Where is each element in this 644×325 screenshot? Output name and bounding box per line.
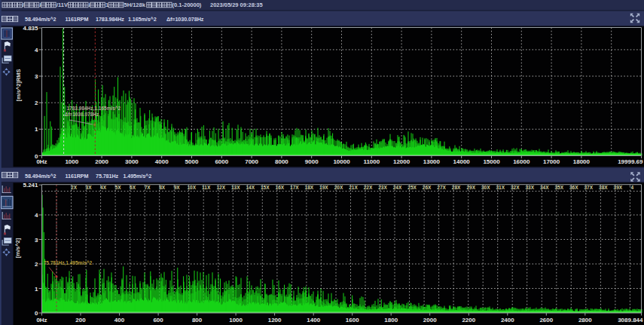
svg-text:38X: 38X — [599, 185, 608, 190]
svg-text:6000: 6000 — [215, 158, 228, 165]
svg-text:1: 1 — [35, 126, 38, 133]
svg-text:31X: 31X — [496, 185, 505, 190]
svg-text:12X: 12X — [217, 185, 226, 190]
svg-text:5.241: 5.241 — [23, 182, 38, 189]
svg-text:1800: 1800 — [384, 317, 398, 323]
svg-text:23X: 23X — [378, 185, 387, 190]
svg-text:3: 3 — [35, 73, 38, 80]
svg-text:2: 2 — [35, 100, 38, 106]
svg-text:3X: 3X — [86, 185, 93, 190]
svg-text:15000: 15000 — [483, 158, 500, 165]
svg-text:2: 2 — [35, 261, 38, 268]
svg-text:1600: 1600 — [346, 317, 359, 323]
svg-text:2200: 2200 — [462, 317, 475, 323]
svg-text:1000: 1000 — [229, 317, 243, 323]
svg-text:1.495m/s^2: 1.495m/s^2 — [124, 173, 152, 179]
svg-text:16000: 16000 — [513, 158, 530, 165]
svg-text:4000: 4000 — [155, 158, 169, 165]
svg-text:75.781Hz,1.495m/s^2: 75.781Hz,1.495m/s^2 — [44, 260, 93, 266]
svg-text:/11V: /11V — [56, 2, 68, 8]
svg-text:32X: 32X — [511, 185, 520, 190]
svg-text:2000: 2000 — [95, 158, 108, 165]
svg-text:1: 1 — [35, 286, 38, 293]
svg-text:29X: 29X — [466, 185, 475, 190]
svg-text:4.835: 4.835 — [23, 25, 38, 32]
svg-text:18000: 18000 — [573, 158, 591, 165]
svg-text:1161RPM: 1161RPM — [66, 16, 89, 23]
svg-text:1783.984Hz: 1783.984Hz — [96, 16, 124, 23]
svg-text:28X: 28X — [452, 185, 461, 190]
svg-text:(0.1-20000): (0.1-20000) — [172, 2, 202, 8]
svg-text:2600: 2600 — [539, 317, 553, 323]
svg-text:14000: 14000 — [453, 158, 471, 165]
svg-text:11000: 11000 — [363, 158, 380, 165]
svg-text:13000: 13000 — [423, 158, 441, 165]
svg-text:1.165m/s^2: 1.165m/s^2 — [128, 16, 157, 23]
svg-text:18X: 18X — [305, 185, 314, 190]
svg-text:0Hz: 0Hz — [36, 317, 47, 323]
svg-text:37X: 37X — [584, 185, 594, 190]
svg-text:25X: 25X — [407, 185, 417, 190]
svg-text:20X: 20X — [334, 185, 343, 190]
svg-text:24X: 24X — [393, 185, 402, 190]
svg-text:7000: 7000 — [245, 158, 258, 165]
svg-text:2000: 2000 — [423, 317, 437, 323]
svg-text:14X: 14X — [246, 185, 255, 190]
svg-text:2800: 2800 — [578, 317, 592, 323]
svg-text:27X: 27X — [437, 185, 446, 190]
svg-text:8X: 8X — [159, 185, 166, 190]
svg-text:15X: 15X — [261, 185, 270, 190]
svg-text:33X: 33X — [525, 185, 534, 190]
svg-text:1783.984Hz,1.165m/s^2: 1783.984Hz,1.165m/s^2 — [67, 106, 121, 112]
svg-text:26X: 26X — [423, 185, 432, 190]
svg-text:5X: 5X — [115, 185, 122, 190]
svg-text:6X: 6X — [130, 185, 136, 190]
svg-text:3089.844: 3089.844 — [618, 317, 643, 323]
svg-text:1200: 1200 — [268, 317, 282, 323]
svg-text:19999.69: 19999.69 — [618, 158, 643, 165]
svg-text:12000: 12000 — [393, 158, 411, 165]
svg-text:10X: 10X — [187, 185, 196, 190]
svg-text:19X: 19X — [319, 185, 328, 190]
svg-text:1: 1 — [105, 2, 108, 8]
svg-text:22X: 22X — [364, 185, 373, 190]
svg-text:4: 4 — [35, 212, 38, 219]
svg-text:58.494m/s^2: 58.494m/s^2 — [25, 173, 56, 179]
svg-text:17X: 17X — [290, 185, 299, 190]
svg-text:16X: 16X — [276, 185, 285, 190]
svg-text:36X: 36X — [569, 185, 578, 190]
svg-text:2400: 2400 — [501, 317, 514, 323]
svg-text:2X: 2X — [71, 185, 78, 190]
svg-text:0: 0 — [35, 310, 38, 317]
svg-text:39X: 39X — [614, 185, 623, 190]
svg-text:5000: 5000 — [185, 158, 199, 165]
svg-text:800: 800 — [192, 317, 203, 323]
svg-text:600: 600 — [153, 317, 163, 323]
svg-text:Δf=1030.078Hz: Δf=1030.078Hz — [65, 112, 99, 117]
svg-text:[m/s^2]: [m/s^2] — [14, 238, 21, 258]
svg-text:400: 400 — [114, 317, 125, 323]
svg-text:1400: 1400 — [307, 317, 320, 323]
svg-text:35X: 35X — [555, 185, 564, 190]
svg-text:2023/05/29 09:28:35: 2023/05/29 09:28:35 — [210, 2, 263, 8]
svg-text:10000: 10000 — [333, 158, 350, 165]
svg-text:17000: 17000 — [543, 158, 560, 165]
svg-text:1000: 1000 — [65, 158, 78, 165]
svg-text:1161RPM: 1161RPM — [66, 173, 89, 179]
svg-text:4X: 4X — [100, 185, 107, 190]
svg-text:58.494m/s^2: 58.494m/s^2 — [25, 16, 56, 23]
svg-text:9X: 9X — [174, 185, 181, 190]
svg-text:30X: 30X — [481, 185, 490, 190]
svg-text:200: 200 — [75, 317, 86, 323]
svg-text:4: 4 — [630, 185, 633, 190]
svg-text:5H/128k: 5H/128k — [124, 2, 146, 8]
svg-text:75.781Hz: 75.781Hz — [96, 173, 118, 179]
svg-text:21X: 21X — [349, 185, 358, 190]
svg-text:3000: 3000 — [125, 158, 139, 165]
svg-text:Δf=1030.078Hz: Δf=1030.078Hz — [166, 16, 204, 23]
svg-text:[m/s^2]RMS: [m/s^2]RMS — [15, 69, 22, 101]
svg-text:8000: 8000 — [275, 158, 288, 165]
svg-text:0Hz: 0Hz — [36, 158, 47, 165]
svg-text:7X: 7X — [145, 185, 151, 190]
svg-text:13X: 13X — [231, 185, 240, 190]
